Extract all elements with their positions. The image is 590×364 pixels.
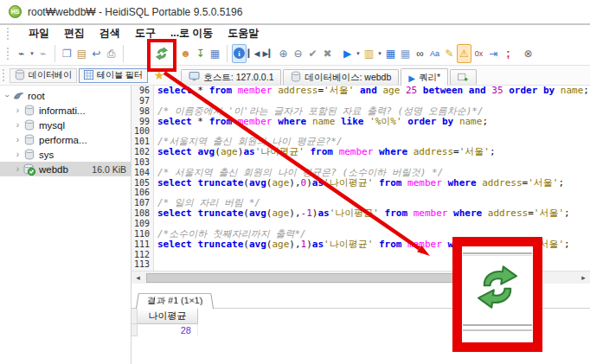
- refresh-icon: [462, 264, 533, 310]
- session-manager-dropdown-caret[interactable]: ▼: [29, 51, 35, 56]
- database-icon: [22, 149, 36, 160]
- tree-node-information-schema[interactable]: ›informati...: [0, 103, 131, 118]
- tree-caret-icon[interactable]: ›: [13, 165, 22, 174]
- tab-host[interactable]: 호스트: 127.0.0.1: [181, 69, 281, 85]
- heidisql-window: HS root₩webdb₩ - HeidiSQL Portable 9.5.0…: [0, 0, 590, 364]
- table-filter-button[interactable]: 테이블 필터: [79, 68, 148, 83]
- delimiter-button[interactable]: ;: [501, 44, 516, 63]
- table-filter-label: 테이블 필터: [97, 69, 143, 81]
- replace-case-icon: Aa: [430, 49, 439, 58]
- tree-caret-icon[interactable]: ›: [13, 106, 22, 115]
- beautify-button[interactable]: ✎: [442, 44, 457, 63]
- favorites-star-icon[interactable]: ★: [154, 69, 165, 81]
- insert-row-button[interactable]: ⊕: [276, 44, 291, 63]
- scroll-right-arrow[interactable]: ▸: [577, 274, 590, 282]
- disconnect-button[interactable]: ⌁: [35, 44, 50, 63]
- line-content: select * from member where name like '%이…: [153, 117, 488, 127]
- result-cell[interactable]: 28: [138, 324, 198, 336]
- scroll-left-arrow[interactable]: ◂: [131, 274, 144, 282]
- tree-node-performance-schema[interactable]: ›performa...: [0, 132, 131, 147]
- save-as-button[interactable]: ▦: [398, 44, 413, 63]
- refresh-icon: [155, 47, 169, 61]
- result-tab[interactable]: 결과 #1 (1×1): [136, 293, 214, 309]
- print-icon: ⎙: [107, 48, 116, 60]
- stop-on-errors-button[interactable]: ⚠: [457, 44, 471, 63]
- line-content: select truncate(avg(age),-1)as'나이평균' fro…: [153, 208, 570, 219]
- tab-database-label: 데이터베이스: webdb: [305, 72, 391, 84]
- print-button[interactable]: ⎙: [104, 44, 119, 63]
- menu-item-file[interactable]: 파일: [29, 26, 49, 41]
- menu-item-goto[interactable]: ...로 이동: [170, 26, 213, 41]
- open-file-icon: ▥: [364, 48, 374, 60]
- line-number: 113: [131, 259, 153, 270]
- follow-foreign-key-button[interactable]: ⇥: [486, 44, 501, 63]
- database-size: 16.0 KiB: [92, 164, 126, 175]
- tree-node-webdb[interactable]: ›webdb16.0 KiB: [0, 162, 131, 176]
- row-marker: [131, 324, 138, 336]
- tree-caret-icon[interactable]: ›: [13, 121, 22, 130]
- column-header[interactable]: 나이평균: [138, 309, 198, 324]
- tab-database[interactable]: 데이터베이스: webdb: [283, 69, 399, 85]
- line-number: 111: [131, 239, 153, 250]
- menu-item-help[interactable]: 도움말: [228, 26, 259, 41]
- refresh-button[interactable]: [152, 44, 171, 63]
- tree-node-label: mysql: [39, 120, 126, 131]
- post-changes-button[interactable]: ✔: [305, 44, 320, 63]
- open-file-button[interactable]: ▥: [362, 44, 376, 63]
- save-file-button[interactable]: ▦: [383, 44, 398, 63]
- table-icon: [84, 70, 93, 81]
- database-icon: [22, 134, 36, 145]
- run-query-button[interactable]: ▶: [340, 44, 355, 63]
- tree-node-sys[interactable]: ›sys: [0, 147, 131, 162]
- database-icon: [291, 71, 301, 84]
- scrollbar-thumb[interactable]: [146, 273, 492, 283]
- replace-case-button[interactable]: Aa: [427, 44, 442, 63]
- code-line-99: 99select * from member where name like '…: [131, 117, 590, 127]
- session-manager-icon: ⌁: [18, 48, 24, 60]
- run-query-dropdown-caret[interactable]: ▼: [355, 51, 362, 56]
- user-manager-button[interactable]: ☻: [178, 44, 193, 63]
- follow-foreign-key-icon: ⇥: [489, 48, 497, 60]
- database-filter-button[interactable]: 데이터베이: [10, 68, 77, 83]
- save-as-icon: ▦: [401, 48, 410, 60]
- tree-node-root[interactable]: ›root: [0, 88, 131, 103]
- menu-item-search[interactable]: 검색: [99, 26, 120, 41]
- session-manager-button[interactable]: ⌁: [14, 44, 29, 63]
- tab-new-query[interactable]: [450, 69, 477, 85]
- discard-changes-button[interactable]: ✖: [320, 44, 335, 63]
- open-file-dropdown-caret[interactable]: ▼: [376, 51, 383, 56]
- disconnect-icon: ⌁: [40, 48, 46, 60]
- copy-button[interactable]: ❐: [60, 44, 74, 63]
- find-button[interactable]: ∞: [413, 44, 427, 63]
- code-line-108: 108select truncate(avg(age),-1)as'나이평균' …: [131, 208, 590, 219]
- discard-changes-icon: ✖: [323, 48, 331, 60]
- menu-bar: 파일편집검색도구...로 이동도움말: [0, 25, 590, 42]
- last-record-icon: ▶▎: [263, 49, 275, 58]
- info-button[interactable]: i: [232, 44, 247, 63]
- delete-row-button[interactable]: ⊖: [291, 44, 305, 63]
- cancel-query-button[interactable]: ⊗: [521, 44, 535, 63]
- undo-button[interactable]: ↩: [89, 44, 104, 63]
- menu-item-edit[interactable]: 편집: [64, 26, 85, 41]
- tree-caret-icon[interactable]: ›: [13, 136, 22, 144]
- database-icon: [22, 119, 36, 131]
- tree-node-label: webdb: [39, 164, 92, 175]
- tab-query[interactable]: ▶쿼리*: [401, 68, 448, 86]
- paste-button[interactable]: ▤: [74, 44, 89, 63]
- menu-item-tools[interactable]: 도구: [135, 26, 156, 41]
- paste-icon: ▤: [77, 48, 87, 60]
- hex-view-icon: 0x: [475, 49, 484, 58]
- tree-caret-icon[interactable]: ›: [3, 91, 11, 100]
- refresh-dropdown-caret[interactable]: ▼: [171, 51, 178, 56]
- export-database-button[interactable]: ↧: [193, 44, 208, 63]
- monitor-icon: [189, 72, 200, 83]
- hex-view-button[interactable]: 0x: [471, 44, 486, 63]
- tab-bar: 데이터베이테이블 필터 ★ 호스트: 127.0.0.1데이터베이스: webd…: [0, 66, 590, 86]
- dolphin-icon: [11, 91, 25, 100]
- save-snippet-button[interactable]: ▦: [208, 44, 222, 63]
- export-database-icon: ↧: [196, 48, 204, 60]
- last-record-button[interactable]: ▶▎: [261, 44, 276, 63]
- first-record-button[interactable]: ▎◀: [247, 44, 261, 63]
- tree-caret-icon[interactable]: ›: [13, 150, 22, 159]
- tree-node-mysql[interactable]: ›mysql: [0, 118, 131, 132]
